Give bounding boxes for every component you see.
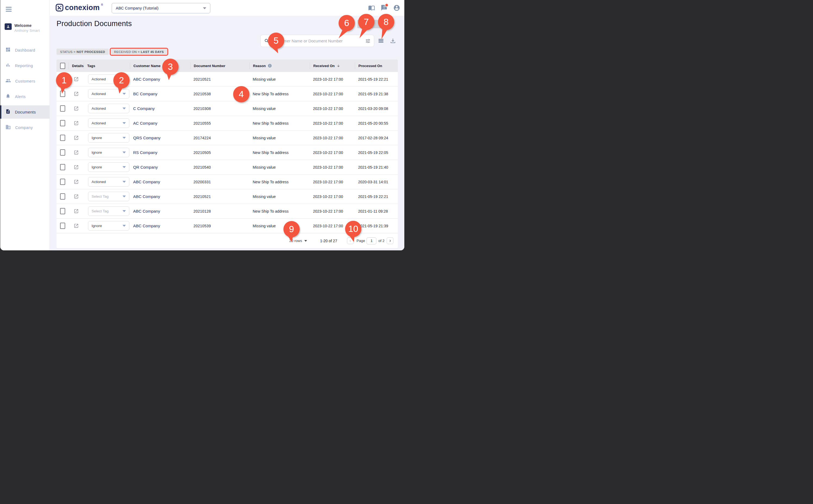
open-details-icon[interactable]	[68, 135, 84, 140]
open-details-icon[interactable]	[68, 91, 84, 96]
table-header-row: Details Tags Customer Name Document Numb…	[56, 59, 398, 72]
customer-name-link[interactable]: ABC Company	[133, 209, 160, 213]
open-details-icon[interactable]	[68, 209, 84, 214]
document-number-cell: 20210539	[190, 224, 249, 228]
tag-select[interactable]: Ignore	[88, 148, 129, 157]
next-page-button[interactable]	[387, 237, 393, 244]
open-details-icon[interactable]	[68, 223, 84, 228]
reason-cell: New Ship To address	[249, 150, 310, 155]
search-input[interactable]	[272, 38, 362, 43]
sidebar-item-dashboard[interactable]: Dashboard	[0, 43, 49, 57]
row-checkbox[interactable]	[60, 120, 65, 126]
row-checkbox[interactable]	[60, 105, 65, 112]
customer-name-link[interactable]: BC Company	[133, 92, 157, 96]
logo-registered-mark: ®	[101, 3, 103, 6]
table-row: Actioned AC Company 20210555 New Ship To…	[56, 116, 398, 131]
open-details-icon[interactable]	[68, 106, 84, 111]
customer-name-link[interactable]: AC Company	[133, 121, 157, 125]
row-checkbox[interactable]	[60, 149, 65, 156]
received-on-cell: 2023-10-22 17:00	[310, 121, 355, 125]
customer-name-link[interactable]: QR Company	[133, 165, 158, 169]
row-checkbox[interactable]	[60, 164, 65, 170]
resources-book-icon[interactable]	[368, 4, 375, 11]
chevron-down-icon	[122, 108, 126, 109]
info-icon[interactable]	[268, 64, 272, 68]
tag-select[interactable]: Actioned	[88, 177, 129, 187]
tag-select[interactable]: Ignore	[88, 133, 129, 143]
chevron-down-icon	[122, 210, 126, 212]
callout-9: 9	[283, 221, 300, 237]
open-details-icon[interactable]	[68, 121, 84, 126]
open-details-icon[interactable]	[68, 194, 84, 199]
dashboard-icon	[5, 47, 11, 53]
processed-on-cell: 2017-02-28 09:24	[355, 136, 398, 140]
processed-on-cell: 2021-05-19 21:40	[355, 165, 398, 169]
received-on-cell: 2023-10-22 17:00	[310, 194, 355, 199]
company-selector[interactable]: ABC Company (Tutorial)	[112, 3, 210, 13]
row-checkbox[interactable]	[60, 135, 65, 141]
account-badge-icon	[5, 23, 12, 30]
customer-name-link[interactable]: ABC Company	[133, 223, 160, 228]
sidebar-item-alerts[interactable]: Alerts	[0, 90, 49, 103]
customer-name-link[interactable]: ABC Company	[133, 194, 160, 199]
app-window: Welcome Anthony Smart Dashboard Reportin…	[0, 0, 404, 250]
bar-chart-icon	[5, 62, 11, 69]
table-row: Ignore RS Company 20210505 New Ship To a…	[56, 145, 398, 160]
tag-select[interactable]: Actioned	[88, 118, 129, 128]
page-number-input[interactable]	[366, 237, 376, 244]
received-on-cell: 2023-10-22 17:00	[310, 77, 355, 81]
row-checkbox[interactable]	[60, 179, 65, 185]
filter-chip-received-on[interactable]: RECEIVED ON = LAST 45 DAYS	[111, 49, 167, 55]
menu-icon[interactable]	[5, 6, 13, 13]
tag-select[interactable]: Select Tag	[88, 192, 129, 201]
tag-select[interactable]: Ignore	[88, 162, 129, 172]
reason-cell: Missing value	[249, 165, 310, 169]
chevron-down-icon	[203, 7, 206, 9]
sidebar-item-reporting[interactable]: Reporting	[0, 59, 49, 72]
received-on-cell: 2023-10-22 17:00	[310, 136, 355, 140]
filter-chip-status[interactable]: STATUS = NOT PROCESSED	[56, 49, 109, 55]
reason-cell: New Ship To address	[249, 92, 310, 96]
tag-select[interactable]: Select Tag	[88, 206, 129, 216]
tag-select[interactable]: Actioned	[88, 104, 129, 113]
row-checkbox[interactable]	[60, 223, 65, 229]
callout-7: 7	[358, 14, 374, 30]
table-row: Actioned C Company 20210308 Missing valu…	[56, 101, 398, 116]
select-all-checkbox[interactable]	[60, 63, 65, 69]
customer-name-link[interactable]: ABC Company	[133, 77, 160, 81]
tag-select[interactable]: Actioned	[88, 89, 129, 99]
callout-1: 1	[56, 72, 72, 89]
tag-select[interactable]: Ignore	[88, 221, 129, 231]
row-checkbox[interactable]	[60, 193, 65, 200]
column-header-reason[interactable]: Reason	[249, 62, 310, 69]
column-header-processed[interactable]: Processed On	[355, 62, 398, 69]
open-details-icon[interactable]	[68, 150, 84, 155]
customer-name-link[interactable]: QRS Company	[133, 136, 161, 140]
chevron-down-icon	[122, 225, 126, 227]
column-header-document[interactable]: Document Number	[190, 62, 249, 69]
sidebar-item-customers[interactable]: Customers	[0, 74, 49, 88]
processed-on-cell: 2021-05-19 21:39	[355, 224, 398, 228]
customer-name-link[interactable]: C Company	[133, 106, 155, 111]
account-avatar-icon[interactable]	[393, 4, 400, 11]
reason-cell: Missing value	[249, 194, 310, 199]
filter-settings-icon[interactable]	[365, 38, 370, 44]
customer-name-link[interactable]: ABC Company	[133, 179, 160, 184]
sidebar-item-documents[interactable]: Documents	[0, 105, 49, 119]
filter-chips: STATUS = NOT PROCESSED RECEIVED ON = LAS…	[56, 49, 167, 55]
sidebar-item-company[interactable]: Company	[0, 121, 49, 134]
column-header-customer[interactable]: Customer Name	[130, 62, 190, 69]
chevron-down-icon	[122, 93, 126, 95]
topbar: conexiom ® ABC Company (Tutorial)	[49, 0, 404, 16]
customer-name-link[interactable]: RS Company	[133, 150, 157, 155]
download-icon[interactable]	[389, 37, 397, 45]
people-icon	[5, 78, 11, 84]
reason-cell: New Ship To address	[249, 121, 310, 125]
open-details-icon[interactable]	[68, 165, 84, 170]
row-checkbox[interactable]	[60, 208, 65, 214]
open-details-icon[interactable]	[68, 179, 84, 184]
received-on-cell: 2023-10-22 17:00	[310, 92, 355, 96]
received-on-cell: 2023-10-22 17:00	[310, 106, 355, 111]
column-header-received[interactable]: Received On	[310, 62, 355, 69]
notifications-feedback-icon[interactable]	[381, 4, 387, 11]
